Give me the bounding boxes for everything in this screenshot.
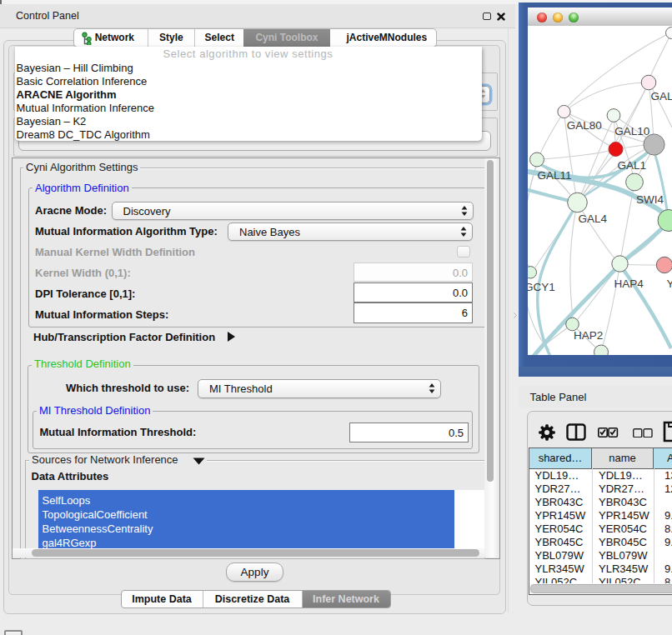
svg-text:YMR: YMR bbox=[667, 278, 672, 290]
svg-text:GAL2: GAL2 bbox=[651, 90, 672, 102]
svg-text:SWI4: SWI4 bbox=[636, 193, 664, 206]
svg-text:HAP2: HAP2 bbox=[574, 329, 603, 342]
svg-text:GAL4: GAL4 bbox=[579, 212, 608, 225]
svg-text:GCY1: GCY1 bbox=[528, 281, 555, 293]
svg-text:GAL80: GAL80 bbox=[567, 119, 602, 132]
svg-text:GAL10: GAL10 bbox=[614, 125, 649, 138]
svg-text:GAL1: GAL1 bbox=[618, 159, 647, 172]
svg-text:HAP4: HAP4 bbox=[614, 278, 644, 290]
svg-text:GAL11: GAL11 bbox=[538, 169, 572, 182]
